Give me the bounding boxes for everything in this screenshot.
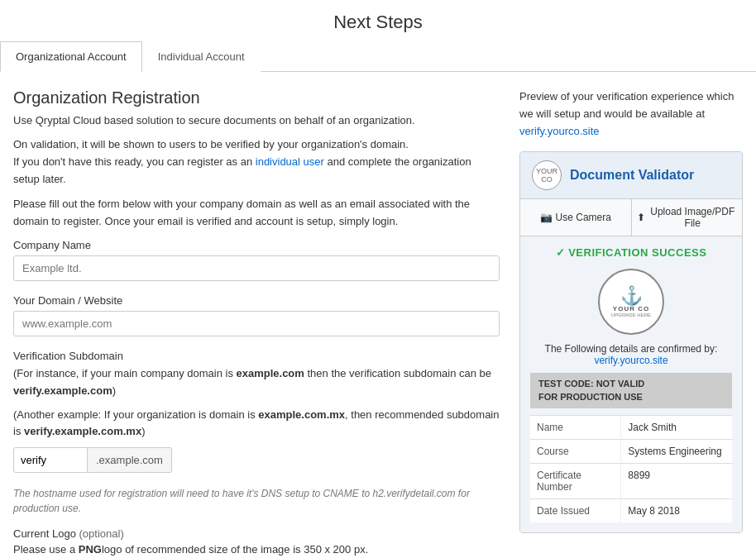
table-row: CourseSystems Engineering <box>530 440 732 464</box>
logo-desc: Please use a PNGlogo of recommended size… <box>13 543 500 556</box>
camera-icon: 📷 <box>540 212 553 223</box>
preview-text: Preview of your verification experience … <box>519 88 743 140</box>
tab-organizational[interactable]: Organizational Account <box>0 41 142 72</box>
subdomain-label: Verification Subdomain <box>13 350 500 362</box>
page-title: Next Steps <box>0 0 756 41</box>
table-row: Date IssuedMay 8 2018 <box>530 499 732 523</box>
individual-user-link[interactable]: individual user <box>256 155 324 168</box>
confirmed-by-text: The Following details are confirmed by: … <box>530 343 732 366</box>
dns-note: The hostname used for registration will … <box>13 486 500 516</box>
subdomain-section: Verification Subdomain (For instance, if… <box>13 350 500 473</box>
validator-actions: 📷 Use Camera ⬆ Upload Image/PDF File <box>520 199 742 236</box>
section-heading: Organization Registration <box>13 88 500 107</box>
confirm-link[interactable]: verify.yourco.site <box>594 355 667 366</box>
detail-value: Systems Engineering <box>621 440 732 464</box>
verify-link[interactable]: verify.yourco.site <box>519 125 600 137</box>
logo-section: Current Logo (optional) Please use a PNG… <box>13 527 500 558</box>
company-name-group: Company Name <box>13 239 500 281</box>
test-code-banner: TEST CODE: NOT VALID FOR PRODUCTION USE <box>530 373 732 408</box>
detail-label: Name <box>530 416 621 440</box>
company-name-label: Company Name <box>13 239 500 251</box>
validator-header: YOURCO Document Validator <box>520 152 742 199</box>
desc-1: On validation, it will be shown to users… <box>13 136 500 188</box>
table-row: Certificate Number8899 <box>530 464 732 499</box>
use-camera-button[interactable]: 📷 Use Camera <box>520 199 632 236</box>
detail-label: Course <box>530 440 621 464</box>
yourco-text: YOUR CO <box>613 305 649 312</box>
yourco-subtext: UPGRADE HERE <box>611 312 651 317</box>
subdomain-row: .example.com <box>13 447 500 473</box>
detail-value: 8899 <box>621 464 732 499</box>
company-name-input[interactable] <box>13 255 500 281</box>
domain-input[interactable] <box>13 311 500 336</box>
detail-value: Jack Smith <box>621 416 732 440</box>
anchor-icon: ⚓ <box>620 287 643 305</box>
yourco-logo: ⚓ YOUR CO UPGRADE HERE <box>598 269 664 335</box>
validator-body: ✓ VERIFICATION SUCCESS ⚓ YOUR CO UPGRADE… <box>520 236 742 532</box>
domain-label: Your Domain / Website <box>13 294 500 307</box>
subdomain-suffix: .example.com <box>88 447 172 473</box>
details-table: NameJack SmithCourseSystems EngineeringC… <box>530 415 732 522</box>
left-panel: Organization Registration Use Qryptal Cl… <box>13 88 500 558</box>
subdomain-desc-2: (Another example: If your organization i… <box>13 407 500 441</box>
main-content: Organization Registration Use Qryptal Cl… <box>0 72 756 558</box>
right-panel: Preview of your verification experience … <box>519 88 743 558</box>
section-subtitle: Use Qryptal Cloud based solution to secu… <box>13 114 500 126</box>
subdomain-desc-1: (For instance, if your main company doma… <box>13 365 500 400</box>
logo-label: Current Logo (optional) <box>13 527 500 540</box>
upload-button[interactable]: ⬆ Upload Image/PDF File <box>632 199 743 236</box>
verification-success-label: ✓ VERIFICATION SUCCESS <box>530 246 732 259</box>
validator-card: YOURCO Document Validator 📷 Use Camera ⬆… <box>519 151 743 533</box>
domain-group: Your Domain / Website <box>13 294 500 336</box>
desc-3: Please fill out the form below with your… <box>13 196 500 231</box>
validator-logo-icon: YOURCO <box>532 160 562 190</box>
detail-value: May 8 2018 <box>621 499 732 523</box>
detail-label: Certificate Number <box>530 464 621 499</box>
upload-icon: ⬆ <box>637 212 645 223</box>
tab-individual[interactable]: Individual Account <box>142 41 261 72</box>
subdomain-input[interactable] <box>13 447 88 473</box>
detail-label: Date Issued <box>530 499 621 523</box>
tabs-container: Organizational Account Individual Accoun… <box>0 41 756 72</box>
validator-title: Document Validator <box>570 168 694 183</box>
table-row: NameJack Smith <box>530 416 732 440</box>
